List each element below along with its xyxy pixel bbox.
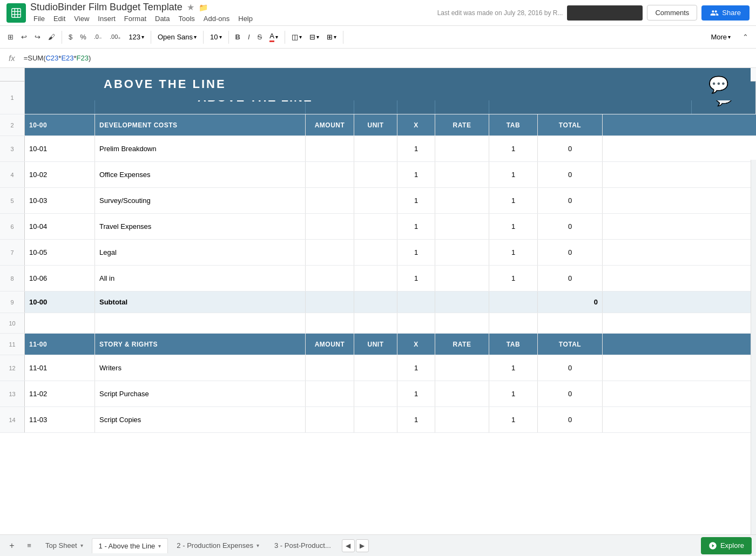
cell-f3[interactable] (435, 136, 489, 161)
cell-e6[interactable]: 1 (397, 214, 435, 239)
cell-c5[interactable] (306, 188, 354, 213)
cell-a8[interactable]: 10-06 (25, 266, 95, 291)
cell-f9[interactable] (435, 291, 489, 313)
cell-e9[interactable] (397, 291, 435, 313)
cell-a14[interactable]: 11-03 (25, 407, 95, 432)
print-button[interactable]: ⊞ (4, 31, 17, 43)
cell-e2[interactable]: X (397, 114, 435, 135)
cell-h4[interactable]: 0 (538, 162, 603, 187)
cell-h2[interactable]: TOTAL (538, 114, 603, 135)
undo-button[interactable]: ↩ (18, 31, 30, 43)
cell-e13[interactable]: 1 (397, 381, 435, 406)
font-name-dropdown[interactable]: Open Sans ▾ (154, 31, 200, 43)
cell-h5[interactable]: 0 (538, 188, 603, 213)
cell-c8[interactable] (306, 266, 354, 291)
cell-h10[interactable] (538, 313, 603, 333)
cell-b13[interactable]: Script Purchase (95, 381, 306, 406)
menu-format[interactable]: Format (121, 13, 150, 24)
col-header-g[interactable]: G (489, 68, 538, 81)
sheet-tab-post-production[interactable]: 3 - Post-Product... (268, 538, 338, 553)
cell-d10[interactable] (354, 313, 397, 333)
cell-h9[interactable]: 0 (538, 291, 603, 313)
menu-file[interactable]: File (30, 13, 48, 24)
collapse-toolbar-button[interactable]: ⌃ (739, 31, 752, 43)
tab-production-expenses-chevron[interactable]: ▾ (256, 543, 259, 548)
cell-d4[interactable] (354, 162, 397, 187)
cell-h13[interactable]: 0 (538, 381, 603, 406)
share-button[interactable]: Share (701, 5, 750, 21)
cell-g5[interactable]: 1 (489, 188, 538, 213)
bold-button[interactable]: B (232, 31, 244, 43)
cell-b12[interactable]: Writers (95, 355, 306, 381)
cell-d14[interactable] (354, 407, 397, 432)
menu-view[interactable]: View (71, 13, 92, 24)
menu-addons[interactable]: Add-ons (200, 13, 233, 24)
sheet-nav-prev[interactable]: ◀ (342, 539, 355, 552)
cell-d9[interactable] (354, 291, 397, 313)
col-header-b[interactable]: B (95, 68, 306, 81)
cell-b14[interactable]: Script Copies (95, 407, 306, 432)
cell-d7[interactable] (354, 240, 397, 265)
col-header-a[interactable]: A (25, 68, 95, 81)
cell-c13[interactable] (306, 381, 354, 406)
cell-a6[interactable]: 10-04 (25, 214, 95, 239)
cell-d5[interactable] (354, 188, 397, 213)
currency-button[interactable]: $ (65, 31, 76, 43)
col-header-h[interactable]: H (538, 68, 603, 81)
cell-e10[interactable] (397, 313, 435, 333)
cell-h14[interactable]: 0 (538, 407, 603, 432)
cell-a9[interactable]: 10-00 (25, 291, 95, 313)
cell-c12[interactable] (306, 355, 354, 381)
cell-d3[interactable] (354, 136, 397, 161)
sheet-tab-production-expenses[interactable]: 2 - Production Expenses ▾ (170, 538, 266, 553)
cell-f2[interactable]: RATE (435, 114, 489, 135)
percent-button[interactable]: % (77, 31, 90, 43)
cell-f1[interactable] (435, 82, 489, 114)
cell-a7[interactable]: 10-05 (25, 240, 95, 265)
col-header-f[interactable]: F (435, 68, 489, 81)
cell-g11[interactable]: TAB (489, 334, 538, 355)
cell-a2[interactable]: 10-00 (25, 114, 95, 135)
cell-c3[interactable] (306, 136, 354, 161)
cell-b9[interactable]: Subtotal (95, 291, 306, 313)
cell-f13[interactable] (435, 381, 489, 406)
cell-b4[interactable]: Office Expenses (95, 162, 306, 187)
col-header-c[interactable]: C (306, 68, 354, 81)
cell-e11[interactable]: X (397, 334, 435, 355)
cell-b11[interactable]: STORY & RIGHTS (95, 334, 306, 355)
cell-f11[interactable]: RATE (435, 334, 489, 355)
cell-h6[interactable]: 0 (538, 214, 603, 239)
cell-g3[interactable]: 1 (489, 136, 538, 161)
cell-c9[interactable] (306, 291, 354, 313)
cell-e4[interactable]: 1 (397, 162, 435, 187)
borders-dropdown[interactable]: ⊟ ▾ (306, 31, 322, 43)
cell-d6[interactable] (354, 214, 397, 239)
cell-e12[interactable]: 1 (397, 355, 435, 381)
cell-g9[interactable] (489, 291, 538, 313)
cell-c10[interactable] (306, 313, 354, 333)
cell-f5[interactable] (435, 188, 489, 213)
menu-insert[interactable]: Insert (94, 13, 119, 24)
cell-e1[interactable] (397, 82, 435, 114)
cell-c6[interactable] (306, 214, 354, 239)
cell-g6[interactable]: 1 (489, 214, 538, 239)
cell-a10[interactable] (25, 313, 95, 333)
cell-b7[interactable]: Legal (95, 240, 306, 265)
cell-h12[interactable]: 0 (538, 355, 603, 381)
cell-a1[interactable] (25, 82, 95, 114)
cell-g12[interactable]: 1 (489, 355, 538, 381)
cell-c11[interactable]: AMOUNT (306, 334, 354, 355)
cell-f8[interactable] (435, 266, 489, 291)
cell-g8[interactable]: 1 (489, 266, 538, 291)
cell-b5[interactable]: Survey/Scouting (95, 188, 306, 213)
cell-b8[interactable]: All in (95, 266, 306, 291)
cell-c7[interactable] (306, 240, 354, 265)
star-icon[interactable]: ★ (187, 2, 194, 12)
add-sheet-button[interactable]: + (4, 538, 19, 553)
font-size-dropdown[interactable]: 10 ▾ (207, 31, 225, 43)
menu-edit[interactable]: Edit (50, 13, 69, 24)
cell-e5[interactable]: 1 (397, 188, 435, 213)
cell-d11[interactable]: UNIT (354, 334, 397, 355)
cell-f4[interactable] (435, 162, 489, 187)
cell-a4[interactable]: 10-02 (25, 162, 95, 187)
